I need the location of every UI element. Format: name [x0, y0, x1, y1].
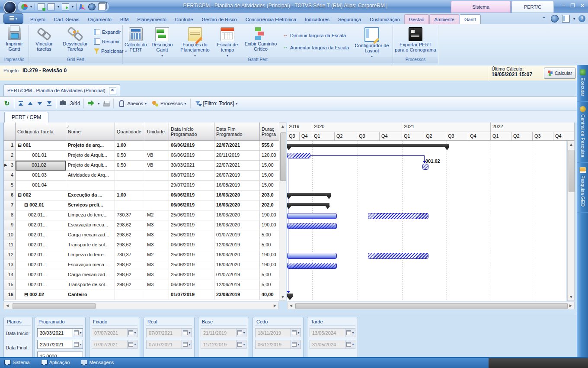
chevron-down-icon[interactable]: ▾ — [72, 5, 74, 9]
end-date-cell[interactable]: 12/06/2019 — [214, 240, 260, 250]
ribbon-tab[interactable]: Gantt — [460, 14, 481, 24]
unit-cell[interactable] — [145, 290, 169, 300]
task-name-cell[interactable]: Projeto de arq... — [66, 141, 115, 151]
task-name-cell[interactable] — [66, 181, 115, 190]
task-name-cell[interactable]: Escavação meca... — [66, 260, 115, 270]
start-date-cell[interactable]: 06/06/2019 — [169, 280, 214, 290]
start-date-cell[interactable]: 25/06/2019 — [169, 270, 214, 280]
ribbon-tab[interactable]: Projeto — [26, 15, 50, 24]
calendar-picker-button[interactable]: ▾ — [73, 340, 83, 349]
quantity-cell[interactable]: 0,50 — [115, 161, 145, 171]
window-icon[interactable] — [48, 3, 55, 10]
totvs-sphere-icon[interactable] — [21, 4, 28, 10]
table-row[interactable]: 14 002.01... Carga mecanizad... 298,62 M… — [4, 270, 279, 280]
grid-column-header[interactable]: Unidade — [145, 123, 169, 141]
duration-cell[interactable]: 15,00 — [260, 181, 279, 190]
start-date-cell[interactable]: 06/06/2019 — [169, 240, 214, 250]
start-date-cell[interactable]: 25/06/2019 — [169, 250, 214, 260]
task-code-cell[interactable]: 002.01... — [16, 260, 66, 270]
gantt-bar[interactable] — [368, 253, 428, 259]
unit-cell[interactable]: M3 — [145, 230, 169, 240]
context-group-pertc[interactable]: PERT/C — [511, 1, 554, 13]
quantity-cell[interactable]: 298,62 — [115, 240, 145, 250]
ribbon-tab[interactable]: Concorrência Eletrônica — [241, 15, 300, 24]
start-date-field[interactable]: 07/07/2021 — [146, 328, 182, 337]
duration-cell[interactable]: 190,00 — [260, 220, 279, 230]
task-code-cell[interactable]: 001.03 — [16, 171, 66, 181]
unit-cell[interactable] — [145, 171, 169, 181]
gantt-chart-area[interactable]: 001.02 — [287, 141, 566, 301]
ribbon-tab[interactable]: Ambiente — [429, 14, 459, 24]
unit-cell[interactable] — [145, 200, 169, 210]
processos-button[interactable]: Processos ▾ — [151, 99, 187, 108]
duration-cell[interactable]: 15,00 — [260, 171, 279, 181]
end-date-cell[interactable]: 22/07/2021 — [214, 141, 260, 151]
task-name-cell[interactable]: Projeto de Arquit... — [66, 151, 115, 161]
diminuir-largura-button[interactable]: Diminuir largura da Escala — [283, 31, 346, 40]
calendar-picker-button[interactable]: ▾ — [127, 340, 137, 349]
unit-cell[interactable] — [145, 141, 169, 151]
end-date-field[interactable]: 06/12/2019 — [255, 340, 291, 349]
end-date-cell[interactable]: 16/03/2020 — [214, 260, 260, 270]
grid-column-header[interactable]: Duraç Progra — [260, 123, 279, 141]
descricao-gantt-button[interactable]: Descrição Gantt ▾ — [149, 26, 176, 57]
start-date-cell[interactable]: 25/06/2019 — [169, 210, 214, 220]
start-date-cell[interactable]: 30/03/2021 — [169, 161, 214, 171]
duration-cell[interactable]: 555,0 — [260, 141, 279, 151]
grid-column-header[interactable]: Nome — [66, 123, 115, 141]
print-icon[interactable] — [103, 102, 110, 107]
task-name-cell[interactable]: Carga mecanizad... — [66, 270, 115, 280]
task-code-cell[interactable]: 002.01... — [16, 280, 66, 290]
quantity-cell[interactable] — [115, 181, 145, 190]
task-code-cell[interactable]: 002.01... — [16, 210, 66, 220]
close-button[interactable]: ✕ — [580, 3, 585, 9]
table-row[interactable]: 9 002.01... Escavação meca... 298,62 M3 … — [4, 220, 279, 230]
end-date-cell[interactable]: 01/07/2019 — [214, 270, 260, 280]
task-code-cell[interactable]: 002.01... — [16, 230, 66, 240]
unit-cell[interactable]: VB — [145, 151, 169, 161]
end-date-cell[interactable]: 16/03/2020 — [214, 250, 260, 260]
quantity-cell[interactable]: 298,62 — [115, 230, 145, 240]
gantt-bar[interactable] — [287, 153, 310, 158]
imprimir-gantt-button[interactable]: Imprimir Gantt — [1, 26, 28, 57]
aumentar-largura-button[interactable]: Aumentar largura da Escala — [283, 43, 349, 52]
task-name-cell[interactable]: Escavação meca... — [66, 220, 115, 230]
end-date-cell[interactable]: 20/11/2019 — [214, 151, 260, 161]
task-name-cell[interactable]: Transporte de sol... — [66, 280, 115, 290]
duration-cell[interactable]: 15,00 — [260, 161, 279, 171]
exibir-caminho-critico-button[interactable]: Exibir Caminho Crítico — [242, 26, 279, 57]
quantity-cell[interactable]: 298,62 — [115, 220, 145, 230]
layout-panel-icon[interactable] — [562, 15, 570, 23]
table-row[interactable]: 7 ⊟ 002.01 Serviços preli... 06/06/2019 … — [4, 200, 279, 210]
end-date-cell[interactable]: 16/03/2020 — [214, 190, 260, 200]
unit-cell[interactable]: VB — [145, 161, 169, 171]
start-date-field[interactable]: 18/11/2019 — [255, 328, 291, 337]
table-row[interactable]: 12 002.01... Limpeza do terre... 730,37 … — [4, 250, 279, 260]
task-code-cell[interactable]: ⊟ 002.01 — [16, 200, 66, 210]
task-name-cell[interactable]: Carga mecanizad... — [66, 230, 115, 240]
task-code-cell[interactable]: 002.01... — [16, 250, 66, 260]
table-row[interactable]: 13 002.01... Escavação meca... 298,62 M3… — [4, 260, 279, 270]
quantity-cell[interactable] — [115, 290, 145, 300]
ribbon-tab[interactable]: Gestão de Risco — [197, 15, 241, 24]
duration-cell[interactable]: 190,00 — [260, 250, 279, 260]
restore-button[interactable]: ❐ — [570, 3, 575, 9]
globe-icon[interactable] — [88, 3, 96, 10]
task-name-cell[interactable]: Atividades de Arq... — [66, 171, 115, 181]
sidebar-tab[interactable]: Executar — [577, 65, 588, 102]
scroll-left-arrow[interactable]: ◄ — [288, 302, 294, 309]
new-window-icon[interactable] — [38, 3, 45, 10]
start-date-cell[interactable]: 29/07/2019 — [169, 181, 214, 190]
end-date-cell[interactable]: 16/08/2019 — [214, 181, 260, 190]
calendar-picker-button[interactable]: ▾ — [345, 328, 355, 337]
start-date-field[interactable]: 13/05/2024 — [310, 328, 345, 337]
gantt-bar[interactable] — [422, 164, 428, 170]
duration-cell[interactable]: 40,00 — [260, 290, 279, 300]
scroll-up-arrow[interactable]: ▲ — [568, 141, 575, 148]
task-name-cell[interactable]: Transporte de sol... — [66, 240, 115, 250]
ribbon-tab[interactable]: Customização — [365, 15, 404, 24]
table-row[interactable]: 1 ⊟ 001 Projeto de arq... 1,00 06/06/201… — [4, 141, 279, 151]
table-row[interactable]: 11 002.01... Transporte de sol... 298,62… — [4, 240, 279, 250]
duration-cell[interactable]: 5,00 — [260, 270, 279, 280]
context-group-sistema[interactable]: Sistema — [451, 1, 511, 13]
